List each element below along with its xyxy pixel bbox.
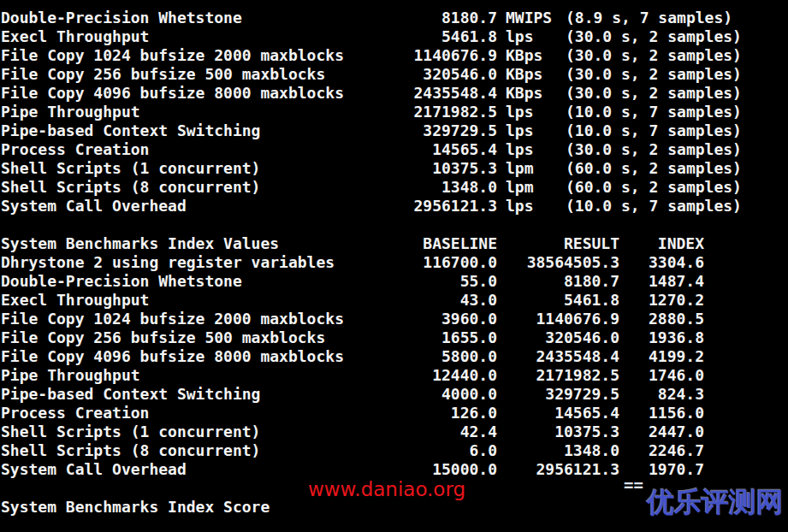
- benchmark-unit: KBps: [497, 84, 566, 103]
- index-row-name: File Copy 4096 bufsize 8000 maxblocks: [1, 347, 394, 366]
- benchmark-unit: lps: [497, 121, 566, 140]
- benchmark-name: Shell Scripts (8 concurrent): [1, 178, 394, 197]
- benchmark-value: 2956121.3: [394, 197, 497, 216]
- benchmark-result-row: Pipe-based Context Switching 329729.5 lp…: [1, 121, 788, 140]
- benchmark-name: File Copy 4096 bufsize 8000 maxblocks: [1, 84, 394, 103]
- benchmark-value: 2171982.5: [394, 103, 497, 121]
- index-row-result: 8180.7: [497, 272, 619, 291]
- index-row-name: File Copy 256 bufsize 500 maxblocks: [1, 328, 394, 347]
- index-table-header: System Benchmarks Index Values BASELINE …: [1, 234, 788, 253]
- index-row-result: 14565.4: [497, 404, 619, 423]
- benchmark-sample-detail: (30.0 s, 2 samples): [566, 27, 788, 46]
- benchmark-value: 5461.8: [394, 27, 497, 46]
- index-row-index: 2246.7: [619, 441, 704, 460]
- index-row-name: Process Creation: [1, 404, 394, 423]
- index-table-row: Pipe Throughput 12440.0 2171982.5 1746.0: [1, 366, 788, 385]
- index-table-row: File Copy 4096 bufsize 8000 maxblocks 58…: [1, 347, 788, 366]
- benchmark-name: Pipe Throughput: [1, 103, 394, 121]
- index-row-index: 1270.2: [619, 291, 704, 310]
- index-row-baseline: 4000.0: [394, 385, 497, 404]
- index-row-baseline: 116700.0: [394, 253, 497, 272]
- benchmark-sample-detail: (30.0 s, 2 samples): [566, 65, 788, 84]
- benchmark-name: File Copy 1024 bufsize 2000 maxblocks: [1, 46, 394, 65]
- index-row-index: 1746.0: [619, 366, 704, 385]
- blank-line: [1, 216, 788, 234]
- terminal-output: Double-Precision Whetstone 8180.7 MWIPS …: [1, 9, 788, 517]
- index-table-row: Process Creation 126.0 14565.4 1156.0: [1, 404, 788, 423]
- benchmark-value: 10375.3: [394, 159, 497, 178]
- benchmark-sample-detail: (60.0 s, 2 samples): [566, 159, 788, 178]
- benchmark-name: System Call Overhead: [1, 197, 394, 216]
- terminal-window: Double-Precision Whetstone 8180.7 MWIPS …: [0, 0, 788, 532]
- index-row-name: Shell Scripts (1 concurrent): [1, 423, 394, 441]
- benchmark-value: 14565.4: [394, 140, 497, 159]
- index-table-row: File Copy 256 bufsize 500 maxblocks 1655…: [1, 328, 788, 347]
- index-row-name: Double-Precision Whetstone: [1, 272, 394, 291]
- column-header-result: RESULT: [497, 234, 619, 253]
- index-row-name: Execl Throughput: [1, 291, 394, 310]
- index-row-baseline: 15000.0: [394, 460, 497, 479]
- benchmark-result-row: File Copy 256 bufsize 500 maxblocks 3205…: [1, 65, 788, 84]
- index-table-row: Pipe-based Context Switching 4000.0 3297…: [1, 385, 788, 404]
- benchmark-result-row: File Copy 4096 bufsize 8000 maxblocks 24…: [1, 84, 788, 103]
- index-row-name: Pipe Throughput: [1, 366, 394, 385]
- index-row-baseline: 126.0: [394, 404, 497, 423]
- index-row-result: 2171982.5: [497, 366, 619, 385]
- benchmark-result-row: Shell Scripts (1 concurrent) 10375.3 lpm…: [1, 159, 788, 178]
- index-row-name: Pipe-based Context Switching: [1, 385, 394, 404]
- index-row-result: 1348.0: [497, 441, 619, 460]
- index-table-row: Shell Scripts (8 concurrent) 6.0 1348.0 …: [1, 441, 788, 460]
- benchmark-unit: lps: [497, 140, 566, 159]
- benchmark-unit: lpm: [497, 178, 566, 197]
- index-row-index: 3304.6: [619, 253, 704, 272]
- benchmark-result-row: Shell Scripts (8 concurrent) 1348.0 lpm …: [1, 178, 788, 197]
- index-row-result: 320546.0: [497, 328, 619, 347]
- index-table-row: Dhrystone 2 using register variables 116…: [1, 253, 788, 272]
- benchmark-sample-detail: (30.0 s, 2 samples): [566, 46, 788, 65]
- index-row-baseline: 3960.0: [394, 310, 497, 328]
- benchmark-result-row: Process Creation 14565.4 lps (30.0 s, 2 …: [1, 140, 788, 159]
- index-table-row: System Call Overhead 15000.0 2956121.3 1…: [1, 460, 788, 479]
- index-row-baseline: 43.0: [394, 291, 497, 310]
- index-table-row: Execl Throughput 43.0 5461.8 1270.2: [1, 291, 788, 310]
- benchmark-value: 1140676.9: [394, 46, 497, 65]
- index-row-result: 2435548.4: [497, 347, 619, 366]
- benchmark-value: 320546.0: [394, 65, 497, 84]
- benchmark-unit: lpm: [497, 159, 566, 178]
- column-header-index: INDEX: [619, 234, 704, 253]
- index-row-baseline: 6.0: [394, 441, 497, 460]
- index-table-title: System Benchmarks Index Values: [1, 234, 394, 253]
- benchmark-sample-detail: (30.0 s, 2 samples): [566, 84, 788, 103]
- index-row-index: 2447.0: [619, 423, 704, 441]
- index-row-name: Dhrystone 2 using register variables: [1, 253, 394, 272]
- benchmark-sample-detail: (10.0 s, 7 samples): [566, 121, 788, 140]
- raw-results-section: Double-Precision Whetstone 8180.7 MWIPS …: [1, 9, 788, 216]
- benchmark-sample-detail: (10.0 s, 7 samples): [566, 103, 788, 121]
- benchmark-name: Pipe-based Context Switching: [1, 121, 394, 140]
- index-table-row: File Copy 1024 bufsize 2000 maxblocks 39…: [1, 310, 788, 328]
- benchmark-name: Execl Throughput: [1, 27, 394, 46]
- index-row-index: 1156.0: [619, 404, 704, 423]
- index-row-baseline: 5800.0: [394, 347, 497, 366]
- benchmark-unit: lps: [497, 103, 566, 121]
- index-row-result: 2956121.3: [497, 460, 619, 479]
- index-table-row: Double-Precision Whetstone 55.0 8180.7 1…: [1, 272, 788, 291]
- benchmark-sample-detail: (60.0 s, 2 samples): [566, 178, 788, 197]
- index-row-index: 2880.5: [619, 310, 704, 328]
- index-row-result: 10375.3: [497, 423, 619, 441]
- benchmark-value: 2435548.4: [394, 84, 497, 103]
- index-row-baseline: 42.4: [394, 423, 497, 441]
- index-row-name: Shell Scripts (8 concurrent): [1, 441, 394, 460]
- benchmark-result-row: Execl Throughput 5461.8 lps (30.0 s, 2 s…: [1, 27, 788, 46]
- equals-mark: ==: [624, 476, 643, 494]
- benchmark-value: 329729.5: [394, 121, 497, 140]
- benchmark-name: Process Creation: [1, 140, 394, 159]
- benchmark-result-row: Pipe Throughput 2171982.5 lps (10.0 s, 7…: [1, 103, 788, 121]
- benchmark-result-row: File Copy 1024 bufsize 2000 maxblocks 11…: [1, 46, 788, 65]
- benchmark-value: 8180.7: [394, 9, 497, 27]
- index-row-name: System Call Overhead: [1, 460, 394, 479]
- index-row-index: 4199.2: [619, 347, 704, 366]
- benchmark-result-row: System Call Overhead 2956121.3 lps (10.0…: [1, 197, 788, 216]
- watermark-site-url: www.daniao.org: [308, 480, 465, 499]
- index-row-index: 1936.8: [619, 328, 704, 347]
